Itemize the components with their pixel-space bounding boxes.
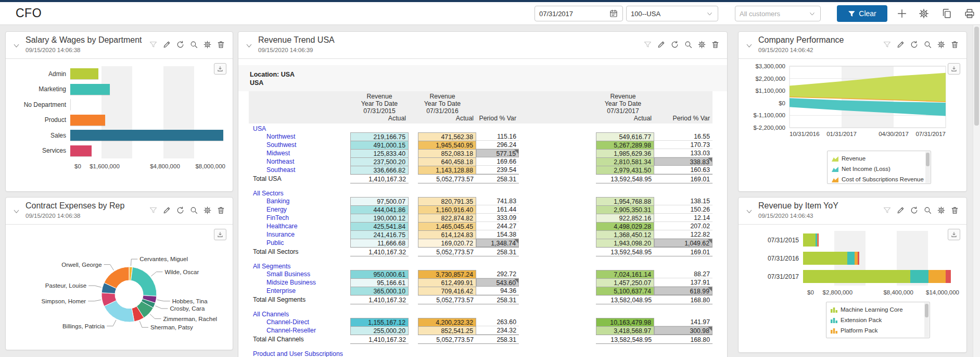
table-row-link[interactable]: Small Business	[266, 270, 310, 278]
table-cell[interactable]: 97,500.07	[350, 197, 409, 205]
legend-item[interactable]: Net Income (Loss)	[832, 164, 926, 174]
filter-icon[interactable]	[883, 40, 892, 51]
bar-segment[interactable]	[946, 270, 951, 283]
table-cell[interactable]: 1,410,167.32	[350, 335, 409, 344]
refresh-icon[interactable]	[910, 40, 919, 51]
table-cell[interactable]: 244.27	[476, 222, 519, 230]
table-cell[interactable]: 1,368,450.12	[596, 230, 654, 239]
legend-scrollbar[interactable]	[924, 303, 929, 337]
table-cell[interactable]: 1,943,098.20	[596, 239, 654, 247]
donut-slice[interactable]	[131, 267, 157, 296]
table-cell[interactable]: 741.83	[476, 197, 519, 205]
table-cell[interactable]: 170.73	[654, 141, 712, 149]
table-cell[interactable]: 169,020.72	[418, 239, 476, 247]
gear-icon[interactable]	[203, 40, 212, 51]
table-cell[interactable]: 141.97	[654, 318, 712, 326]
table-cell[interactable]: 239.54	[476, 166, 519, 174]
table-row-link[interactable]: Public	[266, 239, 284, 247]
table-section-link[interactable]: USA	[253, 125, 266, 132]
table-cell[interactable]: 168.80	[654, 295, 712, 304]
print-button[interactable]	[964, 8, 976, 20]
table-cell[interactable]: 543.60	[476, 278, 519, 287]
gear-icon[interactable]	[937, 206, 946, 217]
table-cell[interactable]: 2,810,581.34	[596, 157, 654, 166]
table-cell[interactable]: 241,416.75	[350, 230, 409, 239]
table-cell[interactable]: 258.31	[476, 247, 519, 256]
table-row-link[interactable]: Healthcare	[266, 223, 297, 230]
bar-segment[interactable]	[818, 233, 818, 247]
table-cell[interactable]: 618.99	[654, 287, 712, 295]
table-cell[interactable]: 169.66	[476, 157, 519, 166]
bar[interactable]	[70, 115, 105, 126]
table-cell[interactable]: 852,541.25	[418, 326, 476, 335]
collapse-chevron-icon[interactable]	[12, 41, 21, 51]
edit-icon[interactable]	[896, 40, 905, 51]
table-cell[interactable]: 190,000.12	[350, 214, 409, 222]
table-section-link[interactable]: Product and User Subscriptions	[253, 350, 343, 357]
table-section-link[interactable]: All Segments	[253, 263, 290, 270]
bar-segment[interactable]	[847, 252, 855, 265]
refresh-icon[interactable]	[910, 206, 919, 217]
table-cell[interactable]: 150.26	[654, 205, 712, 214]
table-row-link[interactable]: FinTech	[266, 214, 289, 221]
table-row-link[interactable]: Enterprise	[266, 287, 296, 294]
table-cell[interactable]: 577.15	[476, 149, 519, 157]
table-cell[interactable]: 1,348.74	[476, 239, 519, 247]
table-section-link[interactable]: All Sectors	[253, 190, 284, 197]
date-picker-input[interactable]: 07/31/2017	[534, 6, 623, 21]
table-cell[interactable]: 258.31	[476, 174, 519, 183]
legend-item[interactable]: Machine Learning Core	[831, 304, 925, 315]
refresh-icon[interactable]	[670, 40, 679, 51]
legend-item[interactable]: Revenue	[832, 153, 926, 164]
table-cell[interactable]: 5,052,773.57	[418, 174, 476, 183]
bar-segment[interactable]	[858, 252, 859, 265]
customers-select[interactable]: All customers	[735, 6, 821, 21]
table-cell[interactable]: 263.60	[476, 318, 519, 326]
copy-dashboard-button[interactable]	[941, 8, 953, 20]
table-row-link[interactable]: Northwest	[266, 133, 295, 140]
table-cell[interactable]: 258.31	[476, 335, 519, 344]
clear-filters-button[interactable]: Clear	[837, 5, 887, 22]
table-row-link[interactable]: Banking	[266, 198, 289, 205]
table-row-link[interactable]: Midsize Business	[266, 279, 316, 286]
table-cell[interactable]: 338.83	[654, 157, 712, 166]
table-cell[interactable]: 1,954,768.88	[596, 197, 654, 205]
page-scrollbar[interactable]	[973, 25, 980, 357]
table-cell[interactable]: 1,985,629.36	[596, 149, 654, 157]
table-cell[interactable]: 154.38	[476, 230, 519, 239]
table-cell[interactable]: 336,666.82	[350, 166, 409, 174]
table-row-link[interactable]: Insurance	[266, 231, 295, 238]
edit-icon[interactable]	[162, 206, 171, 217]
refresh-icon[interactable]	[176, 40, 185, 51]
table-cell[interactable]: 219,166.75	[350, 132, 409, 141]
table-cell[interactable]: 255,000.20	[350, 326, 409, 335]
table-cell[interactable]: 16.55	[654, 132, 712, 141]
table-cell[interactable]: 10,163,479.98	[596, 318, 654, 326]
table-cell[interactable]: 292.72	[476, 270, 519, 278]
collapse-chevron-icon[interactable]	[12, 207, 21, 216]
bar[interactable]	[70, 99, 71, 110]
table-cell[interactable]: 709,416.42	[418, 287, 476, 295]
table-cell[interactable]: 922,852.16	[596, 214, 654, 222]
bar-segment[interactable]	[928, 270, 946, 283]
table-cell[interactable]: 549,616.77	[596, 132, 654, 141]
gear-icon[interactable]	[203, 206, 212, 217]
table-row-link[interactable]: Energy	[266, 206, 287, 213]
download-chart-button[interactable]	[948, 229, 960, 240]
table-cell[interactable]: 234.32	[476, 326, 519, 335]
table-cell[interactable]: 950,000.61	[350, 270, 409, 278]
table-cell[interactable]: 133.03	[654, 149, 712, 157]
table-row-link[interactable]: Northeast	[266, 158, 294, 165]
table-cell[interactable]: 425,541.84	[350, 222, 409, 230]
table-section-link[interactable]: All Channels	[253, 311, 289, 318]
table-row-link[interactable]: Midwest	[266, 150, 290, 157]
table-cell[interactable]: 1,155,167.12	[350, 318, 409, 326]
filter-icon[interactable]	[149, 206, 158, 217]
trash-icon[interactable]	[711, 40, 720, 51]
trash-icon[interactable]	[950, 206, 959, 217]
gear-icon[interactable]	[697, 40, 706, 51]
bar-segment[interactable]	[803, 270, 910, 283]
table-cell[interactable]: 95,166.61	[350, 278, 409, 287]
zoom-icon[interactable]	[189, 40, 198, 51]
table-cell[interactable]: 612,499.91	[418, 278, 476, 287]
